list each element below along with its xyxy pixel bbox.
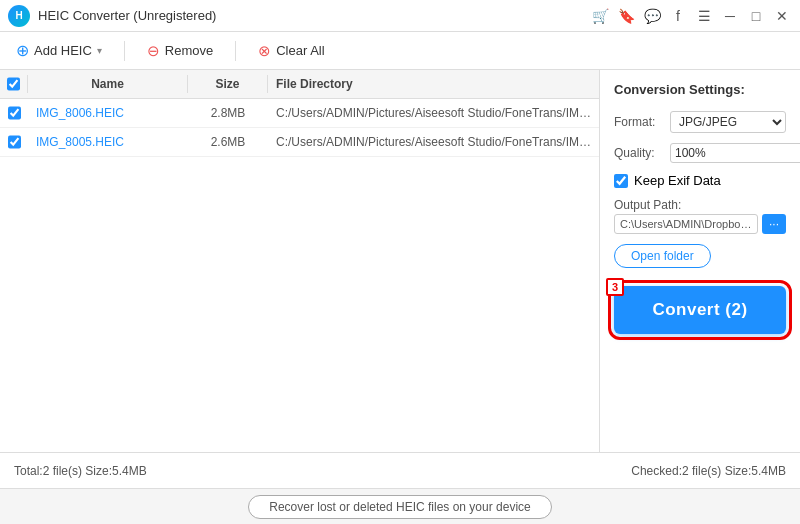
- clear-all-button[interactable]: ⊗ Clear All: [252, 38, 330, 64]
- row1-dir: C:/Users/ADMIN/Pictures/Aiseesoft Studio…: [268, 106, 599, 120]
- toolbar-divider-1: [124, 41, 125, 61]
- output-path-value: C:\Users\ADMIN\Dropbox\PC\...: [614, 214, 758, 234]
- convert-badge: 3: [606, 278, 624, 296]
- title-bar: H HEIC Converter (Unregistered) 🛒 🔖 💬 f …: [0, 0, 800, 32]
- maximize-icon[interactable]: □: [746, 6, 766, 26]
- output-path-row: C:\Users\ADMIN\Dropbox\PC\... ···: [614, 214, 786, 234]
- row1-name: IMG_8006.HEIC: [28, 106, 188, 120]
- format-select[interactable]: JPG/JPEG: [670, 111, 786, 133]
- add-heic-chevron-icon: ▾: [97, 45, 102, 56]
- main-layout: Name Size File Directory IMG_8006.HEIC 2…: [0, 70, 800, 452]
- table-header-check: [0, 75, 28, 93]
- convert-area: 3 Convert (2): [614, 286, 786, 334]
- minimize-icon[interactable]: ─: [720, 6, 740, 26]
- row2-checkbox[interactable]: [8, 135, 21, 149]
- table-row: IMG_8005.HEIC 2.6MB C:/Users/ADMIN/Pictu…: [0, 128, 599, 157]
- file-area: Name Size File Directory IMG_8006.HEIC 2…: [0, 70, 600, 452]
- row2-checkbox-cell: [0, 135, 28, 149]
- toolbar-divider-2: [235, 41, 236, 61]
- row1-size: 2.8MB: [188, 106, 268, 120]
- cart-icon[interactable]: 🛒: [590, 6, 610, 26]
- facebook-icon[interactable]: f: [668, 6, 688, 26]
- menu-icon[interactable]: ☰: [694, 6, 714, 26]
- add-icon: ⊕: [16, 41, 29, 60]
- clear-icon: ⊗: [258, 42, 271, 60]
- row2-dir: C:/Users/ADMIN/Pictures/Aiseesoft Studio…: [268, 135, 599, 149]
- format-row: Format: JPG/JPEG: [614, 111, 786, 133]
- quality-input[interactable]: [670, 143, 800, 163]
- settings-panel: Conversion Settings: Format: JPG/JPEG Qu…: [600, 70, 800, 452]
- quality-row: Quality:: [614, 143, 786, 163]
- row1-checkbox[interactable]: [8, 106, 21, 120]
- table-header-size: Size: [188, 75, 268, 93]
- keep-exif-row: Keep Exif Data: [614, 173, 786, 188]
- table-header: Name Size File Directory: [0, 70, 599, 99]
- row2-size: 2.6MB: [188, 135, 268, 149]
- chat-icon[interactable]: 💬: [642, 6, 662, 26]
- file-area-empty: [0, 157, 599, 452]
- recover-button[interactable]: Recover lost or deleted HEIC files on yo…: [248, 495, 551, 519]
- table-header-name: Name: [28, 75, 188, 93]
- add-heic-button[interactable]: ⊕ Add HEIC ▾: [10, 37, 108, 64]
- settings-title: Conversion Settings:: [614, 82, 786, 97]
- status-right: Checked:2 file(s) Size:5.4MB: [631, 464, 786, 478]
- open-folder-button[interactable]: Open folder: [614, 244, 711, 268]
- close-icon[interactable]: ✕: [772, 6, 792, 26]
- convert-button[interactable]: Convert (2): [614, 286, 786, 334]
- keep-exif-label: Keep Exif Data: [634, 173, 721, 188]
- app-logo: H: [8, 5, 30, 27]
- status-bar: Total:2 file(s) Size:5.4MB Checked:2 fil…: [0, 452, 800, 488]
- keep-exif-checkbox[interactable]: [614, 174, 628, 188]
- select-all-checkbox[interactable]: [7, 77, 20, 91]
- bottom-bar: Recover lost or deleted HEIC files on yo…: [0, 488, 800, 524]
- format-label: Format:: [614, 115, 662, 129]
- row1-checkbox-cell: [0, 106, 28, 120]
- table-header-dir: File Directory: [268, 75, 599, 93]
- remove-button[interactable]: ⊖ Remove: [141, 38, 219, 64]
- output-path-section: Output Path: C:\Users\ADMIN\Dropbox\PC\.…: [614, 198, 786, 234]
- output-path-label: Output Path:: [614, 198, 786, 212]
- row2-name: IMG_8005.HEIC: [28, 135, 188, 149]
- toolbar: ⊕ Add HEIC ▾ ⊖ Remove ⊗ Clear All: [0, 32, 800, 70]
- bookmark-icon[interactable]: 🔖: [616, 6, 636, 26]
- quality-label: Quality:: [614, 146, 662, 160]
- status-left: Total:2 file(s) Size:5.4MB: [14, 464, 147, 478]
- remove-icon: ⊖: [147, 42, 160, 60]
- app-title: HEIC Converter (Unregistered): [38, 8, 590, 23]
- title-bar-controls: 🛒 🔖 💬 f ☰ ─ □ ✕: [590, 6, 792, 26]
- table-row: IMG_8006.HEIC 2.8MB C:/Users/ADMIN/Pictu…: [0, 99, 599, 128]
- browse-button[interactable]: ···: [762, 214, 786, 234]
